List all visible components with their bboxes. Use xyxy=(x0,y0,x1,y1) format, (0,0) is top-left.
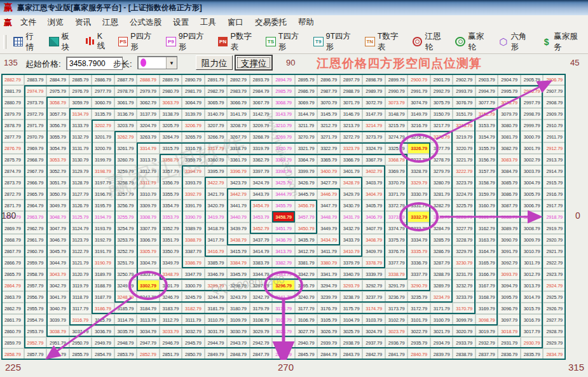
toolbar-label: 9P四方形 xyxy=(179,31,209,53)
menu-item-帮助[interactable]: 帮助 xyxy=(292,16,320,29)
menu-item-交易委托[interactable]: 交易委托 xyxy=(249,16,292,29)
price-cell: 3245.79 xyxy=(182,291,205,303)
price-cell: 3227.79 xyxy=(453,223,475,234)
price-cell: 3133.79 xyxy=(69,120,92,131)
price-cell: 3308.79 xyxy=(137,211,160,223)
resistance-button[interactable]: 阻力位 xyxy=(196,55,233,70)
price-cell: 3189.79 xyxy=(92,268,114,280)
price-cell: 3187.79 xyxy=(92,291,114,303)
price-cell: 2992.79 xyxy=(430,85,453,97)
toolbar-button[interactable]: T99T四方形 xyxy=(310,29,360,55)
price-cell: 3104.79 xyxy=(340,314,363,326)
price-cell: 3130.79 xyxy=(69,154,92,165)
toolbar-button[interactable]: P99P四方形 xyxy=(162,29,213,55)
price-cell: 2836.79 xyxy=(498,348,521,360)
price-cell: 2877.79 xyxy=(1,131,24,142)
price-cell: 3412.79 xyxy=(295,245,318,257)
price-cell: 3074.79 xyxy=(407,97,430,108)
price-cell: 2944.79 xyxy=(205,337,228,348)
title-bar: 赢 赢家江恩专业版[赢家服务平台] - [上证指数价格正方形] xyxy=(0,0,588,15)
price-cell: 3031.79 xyxy=(205,326,228,337)
price-cell: 3392.79 xyxy=(182,188,205,200)
price-cell: 3364.79 xyxy=(295,154,318,165)
price-cell: 2994.79 xyxy=(475,85,498,97)
menu-item-工具[interactable]: 工具 xyxy=(195,16,222,29)
price-cell: 2865.79 xyxy=(1,268,24,280)
toolbar-button[interactable]: PSP四方形 xyxy=(114,29,161,55)
price-cell: 2969.79 xyxy=(24,142,47,154)
price-cell: 3315.79 xyxy=(160,142,182,154)
price-cell: 3174.79 xyxy=(362,303,385,314)
price-cell: 3448.79 xyxy=(317,211,340,223)
price-cell: 3103.79 xyxy=(362,314,385,326)
price-cell: 3197.79 xyxy=(92,177,114,188)
price-cell: 2879.79 xyxy=(1,108,24,120)
price-cell: 3417.79 xyxy=(205,234,228,245)
toolbar-button[interactable]: 赢家轮 xyxy=(451,29,493,55)
price-cell: 2972.79 xyxy=(24,108,47,120)
price-cell: 2878.79 xyxy=(1,120,24,131)
price-cell: 3298.79 xyxy=(227,280,250,291)
price-cell: 3438.79 xyxy=(227,234,250,245)
price-cell: 2919.79 xyxy=(543,223,566,234)
chevron-down-icon[interactable]: ▼ xyxy=(166,57,177,69)
step-dropdown[interactable]: ▼ xyxy=(137,56,177,69)
price-cell: 3282.79 xyxy=(430,200,453,211)
angle-label-225: 225 xyxy=(5,362,21,373)
price-cell: 3092.79 xyxy=(498,257,521,268)
menu-item-文件[interactable]: 文件 xyxy=(15,16,42,29)
price-cell: 3098.79 xyxy=(475,314,498,326)
menu-item-设置[interactable]: 设置 xyxy=(167,16,195,29)
menu-item-江恩[interactable]: 江恩 xyxy=(97,16,124,29)
toolbar-button[interactable]: TNT数字表 xyxy=(361,29,407,55)
price-cell: 3217.79 xyxy=(430,120,453,131)
price-cell: 3167.79 xyxy=(475,280,498,291)
price-cell: 3280.79 xyxy=(430,177,453,188)
menu-item-浏览[interactable]: 浏览 xyxy=(42,16,69,29)
price-cell: 2922.79 xyxy=(543,257,566,268)
price-cell: 3413.79 xyxy=(272,245,295,257)
price-cell: 3093.79 xyxy=(498,268,521,280)
toolbar-button[interactable]: TST四方形 xyxy=(262,29,308,55)
menu-item-资讯[interactable]: 资讯 xyxy=(69,16,97,29)
price-cell: 3165.79 xyxy=(475,257,498,268)
price-cell: 2953.79 xyxy=(24,326,47,337)
wheel-icon xyxy=(455,37,465,46)
price-cell: 2918.79 xyxy=(543,211,566,223)
toolbar-button[interactable]: ⬡六角形 xyxy=(495,29,537,55)
menu-items: 文件浏览资讯江恩公式选股设置工具窗口交易委托帮助 xyxy=(15,16,320,29)
price-cell: 3009.79 xyxy=(521,234,544,245)
support-button[interactable]: 支撑位 xyxy=(235,55,272,70)
price-cell: 3457.79 xyxy=(295,211,318,223)
price-cell: 3160.79 xyxy=(475,200,498,211)
price-cell: 3089.79 xyxy=(498,223,521,234)
price-cell: 2873.79 xyxy=(1,177,24,188)
toolbar-button[interactable]: PNP数字表 xyxy=(214,29,261,55)
toolbar-button[interactable]: 行情 xyxy=(10,29,44,55)
toolbar-button[interactable]: 江恩轮 xyxy=(409,29,451,55)
price-cell: 2862.79 xyxy=(1,303,24,314)
price-cell: 2925.79 xyxy=(543,291,566,303)
menu-item-窗口[interactable]: 窗口 xyxy=(222,16,249,29)
price-cell: 2958.79 xyxy=(24,268,47,280)
toolbar-button[interactable]: $赢家服务 xyxy=(538,29,587,55)
price-cell: 3032.79 xyxy=(182,326,205,337)
price-cell: 3288.79 xyxy=(430,268,453,280)
support-price-cell: 3296.79 xyxy=(272,280,295,291)
price-cell: 2920.79 xyxy=(543,234,566,245)
price-cell: 3252.79 xyxy=(114,245,137,257)
price-cell: 3395.79 xyxy=(205,165,228,177)
menu-item-公式选股[interactable]: 公式选股 xyxy=(124,16,167,29)
price-cell: 3420.79 xyxy=(205,200,228,211)
price-cell: 3198.79 xyxy=(92,165,114,177)
price-cell: 3084.79 xyxy=(498,165,521,177)
price-cell: 2909.79 xyxy=(543,108,566,120)
price-cell: 3203.79 xyxy=(114,120,137,131)
price-cell: 2986.79 xyxy=(295,85,318,97)
toolbar-button[interactable]: K线 xyxy=(81,30,113,53)
price-cell: 2889.79 xyxy=(160,74,182,85)
toolbar-button[interactable]: 板块 xyxy=(45,29,79,55)
price-cell: 3035.79 xyxy=(114,326,137,337)
price-cell: 3452.79 xyxy=(250,223,273,234)
price-cell: 3101.79 xyxy=(407,314,430,326)
